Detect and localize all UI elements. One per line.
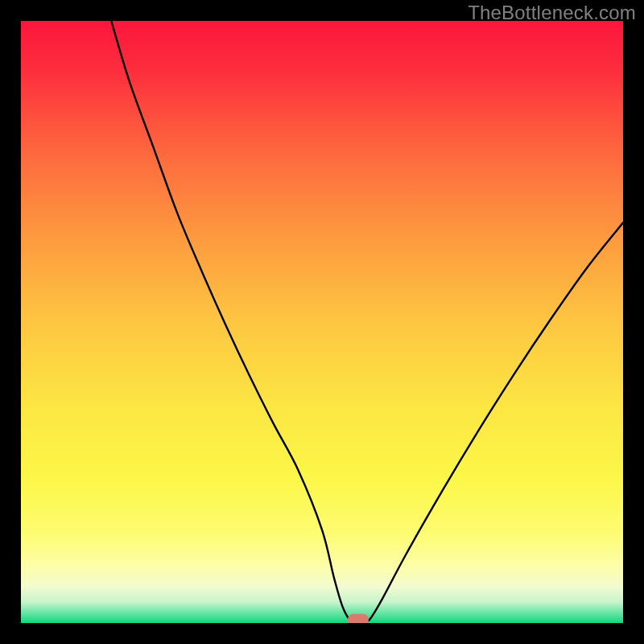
minimum-marker (348, 614, 369, 623)
chart-frame: TheBottleneck.com (0, 0, 644, 644)
chart-svg (21, 21, 623, 623)
watermark-text: TheBottleneck.com (468, 2, 636, 24)
plot-area (21, 21, 623, 623)
